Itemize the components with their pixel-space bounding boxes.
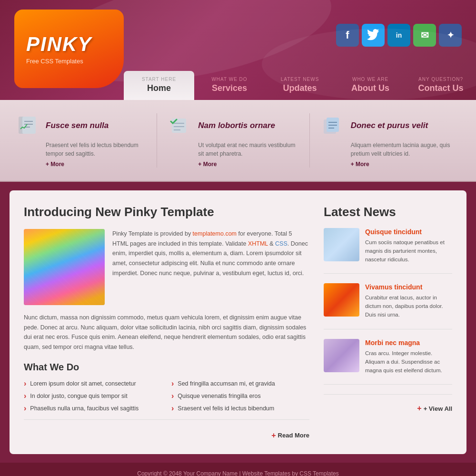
- nav: START HERE Home WHAT WE DO Services LATE…: [124, 71, 476, 100]
- wwd-bullet-2: ›: [24, 392, 26, 400]
- logo-text: PINKY: [26, 33, 92, 56]
- nav-home[interactable]: START HERE Home: [124, 71, 194, 100]
- wwd-title: What We Do: [24, 362, 309, 373]
- nav-updates-top: LATEST NEWS: [281, 77, 319, 82]
- people-icon[interactable]: ✦: [439, 24, 462, 47]
- feature-3-icon: [319, 113, 344, 138]
- main-content: Introducing New Pinky Template Pinky Tem…: [10, 190, 466, 454]
- feature-item-2: Nam lobortis ornare Ut volutpat erat nec…: [167, 113, 309, 168]
- css-link[interactable]: CSS: [275, 240, 288, 247]
- wwd-item-1: › Sed fringilla accumsan mi, et gravida: [171, 379, 309, 388]
- nav-contact-main: Contact Us: [418, 83, 463, 93]
- templatemo-link[interactable]: templatemo.com: [193, 230, 237, 237]
- feature-1-icon: [14, 113, 39, 138]
- intro-image: [24, 229, 105, 305]
- news-thumb-0: [324, 228, 359, 261]
- footer: Copyright © 2048 Your Company Name | Web…: [0, 463, 476, 476]
- feature-2-more[interactable]: + More: [198, 161, 299, 168]
- wwd-label-0: Lorem ipsum dolor sit amet, consectetur: [30, 380, 136, 387]
- wwd-label-1: Sed fringilla accumsan mi, et gravida: [178, 380, 275, 387]
- features-bar: Fusce sem nulla Praesent vel felis id le…: [0, 100, 476, 182]
- svg-rect-2: [22, 117, 36, 134]
- intro-p1-before: Pinky Template is provided by: [112, 230, 193, 237]
- read-more-label: Read More: [278, 432, 309, 439]
- what-we-do: What We Do › Lorem ipsum dolor sit amet,…: [24, 362, 309, 440]
- header: PINKY Free CSS Templates f in ✉ ✦ START …: [0, 0, 476, 100]
- feature-1-top: Fusce sem nulla: [14, 113, 147, 138]
- feature-1-more[interactable]: + More: [46, 161, 147, 168]
- feature-2-desc: Ut volutpat erat nec mauris vestibulum s…: [198, 141, 299, 158]
- news-thumb-1: [324, 283, 359, 317]
- social-icons: f in ✉ ✦: [336, 24, 462, 47]
- nav-services-main: Services: [212, 83, 247, 93]
- wwd-bullet-4: ›: [24, 404, 26, 413]
- nav-about[interactable]: WHO WE ARE About Us: [335, 71, 406, 100]
- news-right: Latest News Quisque tincidunt Cum sociis…: [324, 205, 452, 440]
- intro-text: Pinky Template is provided by templatemo…: [112, 229, 309, 305]
- twitter-icon[interactable]: [362, 24, 385, 47]
- feature-3-top: Donec et purus velit: [319, 113, 452, 138]
- nav-updates[interactable]: LATEST NEWS Updates: [265, 71, 335, 100]
- wwd-item-0: › Lorem ipsum dolor sit amet, consectetu…: [24, 379, 162, 388]
- view-all-button[interactable]: + + View All: [324, 404, 452, 413]
- wwd-item-2: › In dolor justo, congue quis tempor sit: [24, 392, 162, 400]
- content-left: Introducing New Pinky Template Pinky Tem…: [24, 205, 309, 440]
- wwd-label-5: Sraesent vel felis id lectus bibendum: [178, 405, 274, 412]
- wwd-bullet-5: ›: [171, 404, 174, 413]
- wwd-item-5: › Sraesent vel felis id lectus bibendum: [171, 404, 309, 413]
- wwd-label-4: Phasellus nulla urna, faucibus vel sagit…: [30, 405, 139, 412]
- news-title: Latest News: [324, 205, 452, 219]
- news-content-1: Vivamus tincidunt Curabitur erat lacus, …: [365, 283, 452, 319]
- nav-contact-top: ANY QUESTION?: [418, 77, 463, 82]
- intro-title: Introducing New Pinky Template: [24, 205, 309, 219]
- news-desc-2: Cras arcu. Integer molestie. Aliquam a d…: [365, 349, 452, 375]
- feature-2-icon: [167, 113, 191, 138]
- feature-3-more[interactable]: + More: [351, 161, 452, 168]
- news-desc-1: Curabitur erat lacus, auctor in dictum n…: [365, 294, 452, 319]
- nav-home-main: Home: [147, 83, 171, 93]
- wwd-bullet-0: ›: [24, 379, 26, 388]
- nav-home-top: START HERE: [142, 77, 176, 82]
- news-item-0: Quisque tincidunt Cum sociis natoque pen…: [324, 228, 452, 274]
- news-item-1: Vivamus tincidunt Curabitur erat lacus, …: [324, 283, 452, 329]
- feature-2-title: Nam lobortis ornare: [198, 121, 275, 130]
- facebook-icon[interactable]: f: [336, 24, 359, 47]
- feature-2-top: Nam lobortis ornare: [167, 113, 299, 138]
- xhtml-link[interactable]: XHTML: [248, 240, 268, 247]
- wwd-label-2: In dolor justo, congue quis tempor sit: [30, 393, 127, 399]
- news-item-2: Morbi nec magna Cras arcu. Integer moles…: [324, 339, 452, 385]
- wwd-item-3: › Quisque venenatis fringilla eros: [171, 392, 309, 400]
- news-desc-0: Cum sociis natoque penatibus et magnis d…: [365, 238, 452, 264]
- feature-item-3: Donec et purus velit Aliquam elementum l…: [319, 113, 462, 168]
- wwd-grid: › Lorem ipsum dolor sit amet, consectetu…: [24, 379, 309, 413]
- feature-1-title: Fusce sem nulla: [46, 121, 109, 130]
- nav-about-top: WHO WE ARE: [352, 77, 388, 82]
- nav-contact[interactable]: ANY QUESTION? Contact Us: [406, 71, 476, 100]
- message-icon[interactable]: ✉: [413, 24, 436, 47]
- news-title-0[interactable]: Quisque tincidunt: [365, 228, 452, 236]
- nav-updates-main: Updates: [283, 83, 317, 93]
- nav-services[interactable]: WHAT WE DO Services: [194, 71, 265, 100]
- feature-1-desc: Praesent vel felis id lectus bibendum te…: [46, 141, 147, 158]
- linkedin-icon[interactable]: in: [387, 24, 410, 47]
- intro-text2: Nunc dictum, massa non dignissim commodo…: [24, 313, 309, 352]
- read-more-button[interactable]: + Read More: [271, 431, 309, 440]
- nav-services-top: WHAT WE DO: [211, 77, 247, 82]
- feature-3-title: Donec et purus velit: [351, 121, 428, 130]
- footer-text: Copyright © 2048 Your Company Name | Web…: [137, 470, 339, 476]
- news-content-2: Morbi nec magna Cras arcu. Integer moles…: [365, 339, 452, 375]
- nav-about-main: About Us: [351, 83, 389, 93]
- news-title-1[interactable]: Vivamus tincidunt: [365, 283, 452, 291]
- feature-item-1: Fusce sem nulla Praesent vel felis id le…: [14, 113, 157, 168]
- intro-block: Pinky Template is provided by templatemo…: [24, 229, 309, 305]
- feature-3-desc: Aliquam elementum lacinia augue, quis pr…: [351, 141, 452, 158]
- wwd-label-3: Quisque venenatis fringilla eros: [178, 393, 260, 399]
- news-title-2[interactable]: Morbi nec magna: [365, 339, 452, 347]
- wwd-item-4: › Phasellus nulla urna, faucibus vel sag…: [24, 404, 162, 413]
- svg-rect-6: [172, 119, 186, 133]
- logo-sub: Free CSS Templates: [26, 58, 83, 65]
- logo-area: PINKY Free CSS Templates: [14, 10, 124, 88]
- intro-amp: &: [268, 240, 275, 247]
- wwd-bullet-3: ›: [171, 392, 174, 400]
- news-thumb-2: [324, 339, 359, 372]
